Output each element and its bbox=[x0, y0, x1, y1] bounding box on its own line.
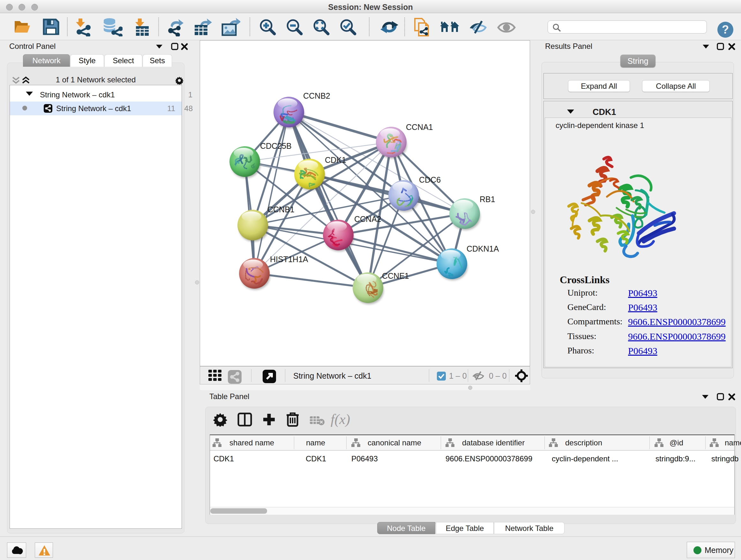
svg-text:RB1: RB1 bbox=[480, 195, 495, 204]
svg-text:HIST1H1A: HIST1H1A bbox=[270, 255, 308, 264]
svg-text:CDK1: CDK1 bbox=[325, 155, 346, 165]
svg-text:CCNA2: CCNA2 bbox=[354, 214, 381, 224]
svg-text:CDKN1A: CDKN1A bbox=[467, 244, 499, 253]
svg-text:CCNA1: CCNA1 bbox=[406, 123, 433, 132]
svg-text:CCNB1: CCNB1 bbox=[267, 205, 294, 214]
svg-text:CCNB2: CCNB2 bbox=[303, 91, 330, 100]
svg-text:CDC6: CDC6 bbox=[419, 175, 441, 184]
svg-text:CCNE1: CCNE1 bbox=[382, 271, 409, 280]
svg-text:?: ? bbox=[722, 23, 729, 36]
svg-text:CDC25B: CDC25B bbox=[260, 141, 292, 150]
